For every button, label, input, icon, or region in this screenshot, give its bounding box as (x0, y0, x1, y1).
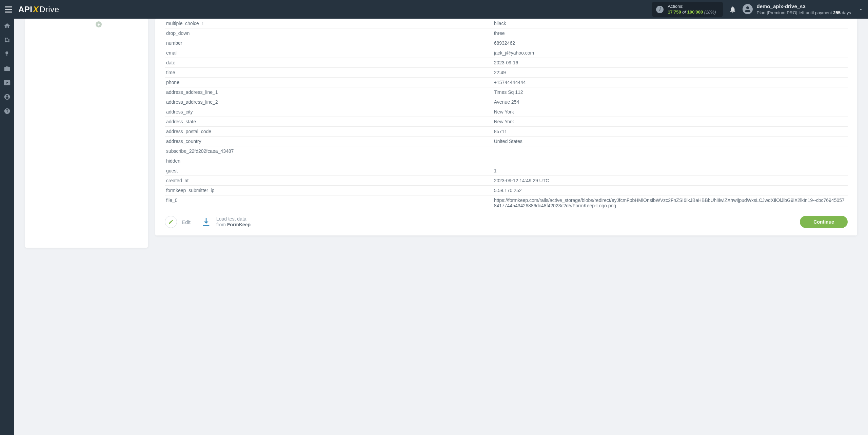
row-value: https://formkeep.com/rails/active_storag… (493, 195, 848, 211)
app-header: APIXDrive i Actions: 17'750 of 100'000 (… (0, 0, 868, 19)
logo-api: API (18, 5, 33, 14)
continue-button[interactable]: Continue (800, 216, 848, 228)
sidebar-profile-icon[interactable] (0, 90, 14, 104)
table-row: address_stateNew York (165, 117, 848, 127)
row-value: 85711 (493, 127, 848, 137)
row-value: jack_j@yahoo.com (493, 48, 848, 58)
row-key: address_address_line_1 (165, 87, 493, 97)
row-value: three (493, 28, 848, 38)
row-key: address_address_line_2 (165, 97, 493, 107)
row-key: number (165, 38, 493, 48)
row-key: file_0 (165, 195, 493, 211)
card-actions: Edit Load test data from FormKeep Contin… (165, 216, 848, 228)
sidebar-help-icon[interactable] (0, 104, 14, 118)
notifications-icon[interactable] (729, 6, 736, 13)
table-row: emailjack_j@yahoo.com (165, 48, 848, 58)
plan-mid: | left until payment (796, 10, 833, 15)
table-row: time22:49 (165, 68, 848, 78)
actions-used: 17'750 (668, 9, 681, 15)
actions-label: Actions: (668, 4, 716, 9)
table-row: guest1 (165, 166, 848, 176)
row-key: email (165, 48, 493, 58)
row-value: 1 (493, 166, 848, 176)
table-row: hidden (165, 156, 848, 166)
sidebar-connections-icon[interactable] (0, 33, 14, 47)
menu-toggle-icon[interactable] (5, 6, 12, 13)
row-key: phone (165, 78, 493, 87)
row-key: formkeep_submitter_ip (165, 186, 493, 195)
plan-name: Premium PRO (768, 10, 796, 15)
sidebar-billing-icon[interactable] (0, 47, 14, 61)
logo-x: X (33, 5, 39, 14)
load-test-text: Load test data from FormKeep (216, 216, 251, 228)
plan-line: Plan |Premium PRO| left until payment 25… (757, 10, 851, 16)
sidebar-video-icon[interactable] (0, 76, 14, 90)
table-row: phone+15744444444 (165, 78, 848, 87)
row-key: subscribe_22fd202fcaea_43487 (165, 146, 493, 156)
plan-days: 255 (833, 10, 841, 15)
data-card: multiple_choice_1bllackdrop_downthreenum… (155, 19, 857, 235)
table-row: date2023-09-16 (165, 58, 848, 68)
plan-days-suffix: days (841, 10, 851, 15)
add-step-icon[interactable]: + (96, 21, 102, 27)
main-area: + multiple_choice_1bllackdrop_downthreen… (14, 19, 868, 435)
row-value: 22:49 (493, 68, 848, 78)
row-value: New York (493, 117, 848, 127)
left-sidebar (0, 19, 14, 435)
plan-prefix: Plan | (757, 10, 768, 15)
row-key: address_city (165, 107, 493, 117)
row-value: United States (493, 137, 848, 146)
table-row: address_postal_code85711 (165, 127, 848, 137)
actions-quota-box[interactable]: i Actions: 17'750 of 100'000 (18%) (652, 2, 723, 17)
row-value: Times Sq 112 (493, 87, 848, 97)
actions-text: Actions: 17'750 of 100'000 (18%) (668, 4, 716, 15)
row-value: 2023-09-16 (493, 58, 848, 68)
chevron-down-icon (859, 7, 863, 12)
row-value: 2023-09-12 14:49:29 UTC (493, 176, 848, 186)
row-value: bllack (493, 19, 848, 28)
table-row: subscribe_22fd202fcaea_43487 (165, 146, 848, 156)
row-value: Avenue 254 (493, 97, 848, 107)
row-value (493, 146, 848, 156)
row-value (493, 156, 848, 166)
table-row: created_at2023-09-12 14:49:29 UTC (165, 176, 848, 186)
edit-button[interactable] (165, 216, 177, 228)
edit-label: Edit (182, 219, 191, 225)
row-key: address_postal_code (165, 127, 493, 137)
table-row: address_address_line_2Avenue 254 (165, 97, 848, 107)
info-icon: i (656, 6, 664, 13)
row-value: 68932462 (493, 38, 848, 48)
table-row: address_address_line_1Times Sq 112 (165, 87, 848, 97)
download-icon (200, 216, 212, 228)
table-row: address_countryUnited States (165, 137, 848, 146)
logo[interactable]: APIXDrive (18, 5, 59, 14)
actions-of: of (682, 9, 686, 15)
table-row: file_0https://formkeep.com/rails/active_… (165, 195, 848, 211)
row-key: drop_down (165, 28, 493, 38)
row-key: created_at (165, 176, 493, 186)
logo-drive: Drive (39, 5, 59, 14)
table-row: number68932462 (165, 38, 848, 48)
table-row: multiple_choice_1bllack (165, 19, 848, 28)
user-info: demo_apix-drive_s3 Plan |Premium PRO| le… (757, 3, 851, 16)
row-value: +15744444444 (493, 78, 848, 87)
load-line2: from FormKeep (216, 222, 251, 228)
load-line1: Load test data (216, 216, 251, 222)
sidebar-home-icon[interactable] (0, 19, 14, 33)
sidebar-briefcase-icon[interactable] (0, 61, 14, 76)
row-value: New York (493, 107, 848, 117)
actions-total: 100'000 (687, 9, 703, 15)
row-key: multiple_choice_1 (165, 19, 493, 28)
avatar-icon (743, 4, 753, 14)
row-value: 5.59.170.252 (493, 186, 848, 195)
table-row: formkeep_submitter_ip5.59.170.252 (165, 186, 848, 195)
load-test-data-button[interactable]: Load test data from FormKeep (200, 216, 251, 228)
row-key: time (165, 68, 493, 78)
row-key: guest (165, 166, 493, 176)
row-key: address_state (165, 117, 493, 127)
row-key: date (165, 58, 493, 68)
table-row: drop_downthree (165, 28, 848, 38)
user-menu[interactable]: demo_apix-drive_s3 Plan |Premium PRO| le… (743, 3, 863, 16)
actions-pct: (18%) (704, 9, 716, 15)
table-row: address_cityNew York (165, 107, 848, 117)
